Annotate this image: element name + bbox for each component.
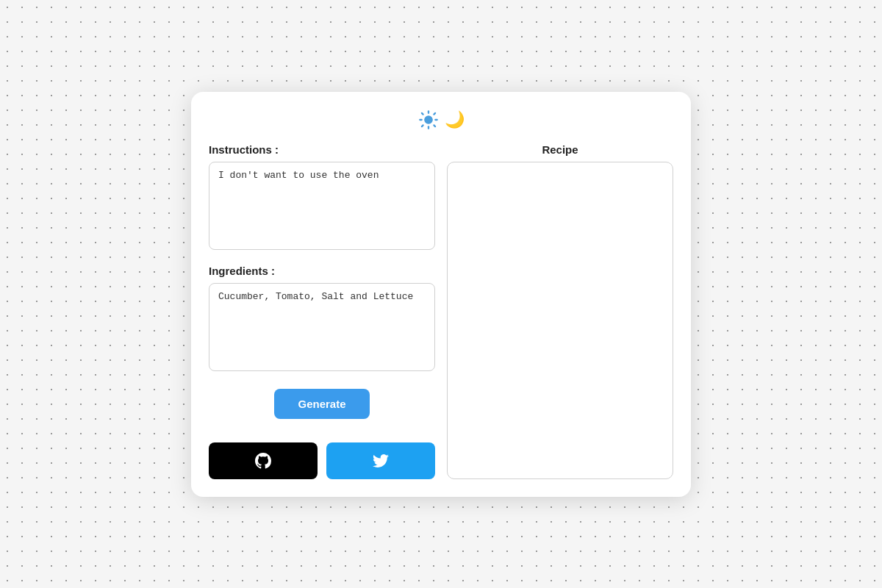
ingredients-section: Ingredients : xyxy=(209,265,435,374)
modal-body: Instructions : Ingredients : Generate xyxy=(209,143,673,479)
left-panel: Instructions : Ingredients : Generate xyxy=(209,143,435,479)
instructions-section: Instructions : xyxy=(209,143,435,253)
sun-icon[interactable] xyxy=(418,110,439,130)
ingredients-label: Ingredients : xyxy=(209,265,435,277)
moon-icon[interactable]: 🌙 xyxy=(445,110,465,130)
github-button[interactable] xyxy=(209,442,318,479)
instructions-input[interactable] xyxy=(209,162,435,250)
svg-line-7 xyxy=(421,125,423,126)
instructions-label: Instructions : xyxy=(209,143,435,156)
ingredients-input[interactable] xyxy=(209,283,435,371)
generate-button[interactable]: Generate xyxy=(274,389,369,419)
right-panel: Recipe xyxy=(447,143,673,479)
svg-point-0 xyxy=(424,115,433,124)
recipe-output-box xyxy=(447,162,673,479)
svg-line-4 xyxy=(434,125,435,126)
svg-line-3 xyxy=(421,112,423,114)
svg-line-8 xyxy=(434,112,435,114)
github-icon xyxy=(255,453,271,469)
main-modal: 🌙 Instructions : Ingredients : Generate xyxy=(191,92,691,497)
recipe-title: Recipe xyxy=(447,143,673,156)
action-buttons xyxy=(209,442,435,479)
modal-header: 🌙 xyxy=(209,110,673,130)
twitter-icon xyxy=(373,453,389,469)
twitter-button[interactable] xyxy=(326,442,435,479)
